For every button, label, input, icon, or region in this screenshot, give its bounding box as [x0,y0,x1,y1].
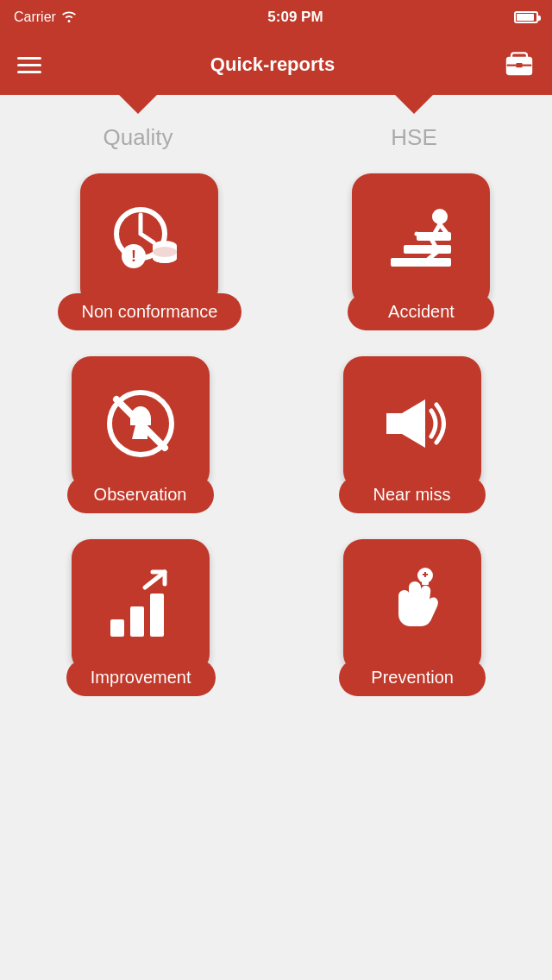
tab-hse[interactable]: HSE [276,95,552,156]
card-non-conformance[interactable]: ! Non conformance [58,173,242,330]
status-bar: Carrier 5:09 PM [0,0,552,35]
improvement-label: Improvement [66,659,216,696]
tabs-container: Quality HSE [0,95,552,156]
card-improvement[interactable]: Improvement [66,539,216,696]
svg-rect-26 [130,606,144,637]
quality-tab-label: Quality [104,114,173,156]
tab-quality[interactable]: Quality [0,95,276,156]
svg-rect-30 [422,581,429,585]
carrier-text: Carrier [14,9,56,25]
improvement-icon-box [72,539,210,673]
svg-rect-14 [391,258,451,267]
prevention-icon-box [343,539,481,673]
menu-button[interactable] [17,57,41,73]
near-miss-icon-box [343,356,481,490]
accident-icon [378,198,464,284]
prevention-icon [369,563,455,650]
near-miss-label: Near miss [339,476,486,513]
accident-icon-box [352,173,490,307]
battery-container [514,11,538,23]
app-title: Quick-reports [210,53,335,76]
row-1: ! Non conformance [0,156,552,339]
svg-rect-15 [404,245,451,254]
card-near-miss[interactable]: Near miss [339,356,486,513]
hse-arrow [395,95,433,114]
improvement-icon [97,563,184,650]
row-2: Observation Near miss [0,339,552,522]
accident-label: Accident [348,293,494,330]
observation-icon [97,380,184,467]
card-accident[interactable]: Accident [348,173,494,330]
svg-text:!: ! [131,248,136,265]
wifi-icon [61,10,77,25]
card-observation[interactable]: Observation [67,356,214,513]
svg-rect-25 [110,619,124,637]
svg-line-28 [145,572,165,587]
card-prevention[interactable]: Prevention [339,539,486,696]
status-time: 5:09 PM [267,9,323,26]
quality-arrow [119,95,157,114]
status-carrier: Carrier [14,9,77,25]
svg-point-17 [432,209,448,224]
non-conformance-icon-box: ! [80,173,218,307]
battery-icon [514,11,538,23]
non-conformance-icon: ! [106,198,192,284]
toolbar-button[interactable] [504,48,535,81]
near-miss-icon [369,380,455,467]
svg-point-13 [153,247,177,257]
observation-label: Observation [67,476,214,513]
hse-tab-label: HSE [391,114,436,156]
svg-rect-4 [516,63,522,67]
svg-rect-27 [150,594,164,637]
prevention-label: Prevention [339,659,486,696]
non-conformance-label: Non conformance [58,293,242,330]
row-3: Improvement Prevention [0,522,552,705]
observation-icon-box [72,356,210,490]
app-header: Quick-reports [0,35,552,95]
